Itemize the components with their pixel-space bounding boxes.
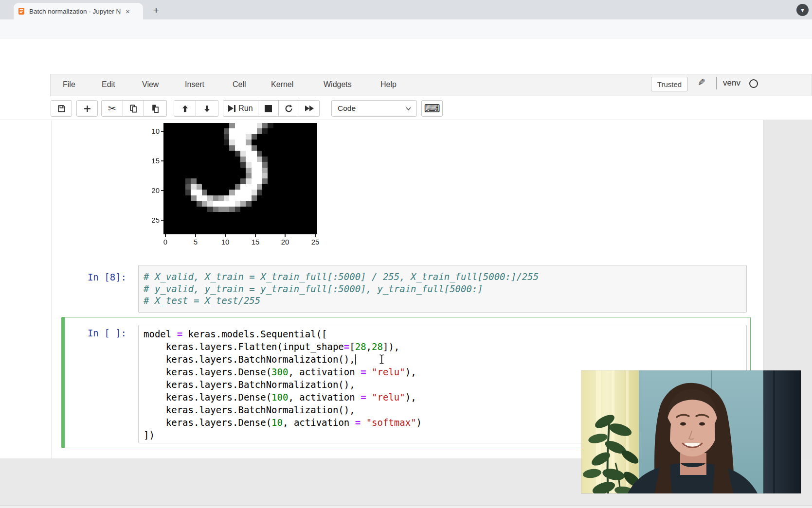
restart-icon	[284, 104, 293, 113]
y-tick-mark	[161, 190, 163, 191]
jupyter-notebook-favicon	[18, 7, 25, 15]
cell2-prompt[interactable]: In [ ]:	[29, 327, 126, 339]
dark-curtain	[763, 370, 801, 493]
presenter-video	[581, 370, 801, 493]
eye-left	[680, 422, 686, 425]
menu-cell[interactable]: Cell	[233, 80, 246, 89]
y-tick-label: 10	[145, 127, 160, 135]
menu-widgets[interactable]: Widgets	[324, 80, 352, 89]
cut-cell-button[interactable]: ✂	[101, 100, 123, 117]
text-cursor	[355, 354, 356, 365]
menu-file[interactable]: File	[63, 80, 75, 89]
keyboard-icon: ⌨	[424, 103, 440, 114]
y-tick-mark	[161, 220, 163, 221]
x-tick-label: 15	[247, 238, 264, 246]
code-line: # X_valid, X_train = X_train_full[:5000]…	[144, 271, 741, 283]
kernel-name: venv	[723, 78, 740, 88]
move-cell-down-button[interactable]	[196, 100, 218, 117]
browser-tab-bar: Batch normalization - Jupyter N × + ▼	[0, 0, 812, 19]
y-tick-label: 25	[145, 216, 160, 224]
paste-icon	[151, 104, 160, 113]
jupyter-header: jupyter Batch normalization Last Checkpo…	[0, 38, 812, 74]
cell1-prompt[interactable]: In [8]:	[29, 271, 126, 283]
menu-edit[interactable]: Edit	[102, 80, 115, 89]
x-tick-label: 10	[217, 238, 234, 246]
x-tick-label: 5	[187, 238, 204, 246]
add-cell-button[interactable]	[76, 100, 98, 117]
x-tick-mark	[195, 234, 196, 237]
y-tick-mark	[161, 131, 163, 132]
run-cell-button[interactable]: Run	[223, 100, 258, 117]
x-tick-mark	[285, 234, 286, 237]
menu-insert[interactable]: Insert	[185, 80, 204, 89]
copy-cell-button[interactable]	[123, 100, 144, 117]
copy-icon	[129, 104, 138, 113]
fast-forward-icon-2	[309, 105, 314, 111]
plus-icon	[83, 105, 91, 113]
trusted-button[interactable]: Trusted	[651, 77, 688, 91]
step-forward-bar	[234, 105, 235, 112]
kernel-divider	[716, 77, 717, 89]
tab-search-button[interactable]: ▼	[796, 4, 809, 16]
restart-run-all-button[interactable]	[299, 100, 320, 117]
x-tick-label: 0	[157, 238, 174, 246]
x-tick-mark	[315, 234, 316, 237]
window-bottom-edge	[0, 506, 812, 508]
menu-kernel[interactable]: Kernel	[271, 80, 293, 89]
new-tab-button[interactable]: +	[149, 3, 163, 17]
x-tick-label: 25	[307, 238, 324, 246]
cell-type-value: Code	[338, 104, 356, 113]
code-line: keras.layers.BatchNormalization(),	[144, 353, 741, 366]
code-line: # X_test = X_test/255	[144, 295, 741, 307]
x-tick-label: 20	[277, 238, 293, 246]
browser-tab[interactable]: Batch normalization - Jupyter N ×	[14, 3, 143, 19]
cell-type-dropdown[interactable]: Code	[331, 100, 417, 117]
menu-view[interactable]: View	[142, 80, 159, 89]
tab-title: Batch normalization - Jupyter N	[29, 8, 125, 15]
notebook-container-border	[51, 120, 52, 458]
fast-forward-icon	[305, 105, 309, 111]
code-line: model = keras.models.Sequential([	[144, 328, 741, 340]
step-forward-icon	[228, 105, 234, 112]
x-tick-mark	[225, 234, 226, 237]
code-line: # y_valid, y_train = y_train_full[:5000]…	[144, 283, 741, 295]
mnist-digit-plot	[163, 123, 317, 234]
screen: { "browser": { "tab_title": "Batch norma…	[0, 0, 812, 508]
kernel-idle-indicator-icon	[749, 79, 758, 88]
close-tab-icon[interactable]: ×	[126, 8, 130, 15]
save-button[interactable]	[51, 100, 72, 117]
save-icon	[57, 104, 66, 113]
browser-nav-bar: ! localhost:8889/notebooks/Desktop/batch…	[0, 19, 812, 38]
mouse-ibeam-cursor	[379, 354, 385, 365]
move-cell-up-button[interactable]	[174, 100, 196, 117]
y-tick-label: 20	[145, 186, 160, 194]
command-palette-button[interactable]: ⌨	[421, 100, 443, 117]
stop-icon	[265, 105, 272, 112]
restart-kernel-button[interactable]	[279, 100, 299, 117]
interrupt-kernel-button[interactable]	[258, 100, 279, 117]
y-tick-label: 15	[145, 157, 160, 165]
menu-help[interactable]: Help	[380, 80, 397, 89]
arrow-down-icon	[203, 105, 211, 113]
y-tick-mark	[161, 160, 163, 161]
eye-right	[699, 422, 705, 425]
x-tick-mark	[165, 234, 166, 237]
run-label: Run	[238, 104, 253, 113]
paste-cell-button[interactable]	[144, 100, 167, 117]
trusted-label: Trusted	[657, 80, 682, 88]
arrow-up-icon	[181, 105, 189, 113]
scissors-icon: ✂	[108, 103, 116, 114]
chevron-down-icon	[405, 105, 412, 112]
presenter-webcam-overlay	[581, 370, 801, 493]
cell1-input-area[interactable]: # X_valid, X_train = X_train_full[:5000]…	[138, 265, 747, 313]
x-tick-mark	[255, 234, 256, 237]
edit-title-pencil-icon[interactable]: ✎	[698, 77, 705, 88]
code-line: keras.layers.Flatten(input_shape=[28,28]…	[144, 340, 741, 353]
